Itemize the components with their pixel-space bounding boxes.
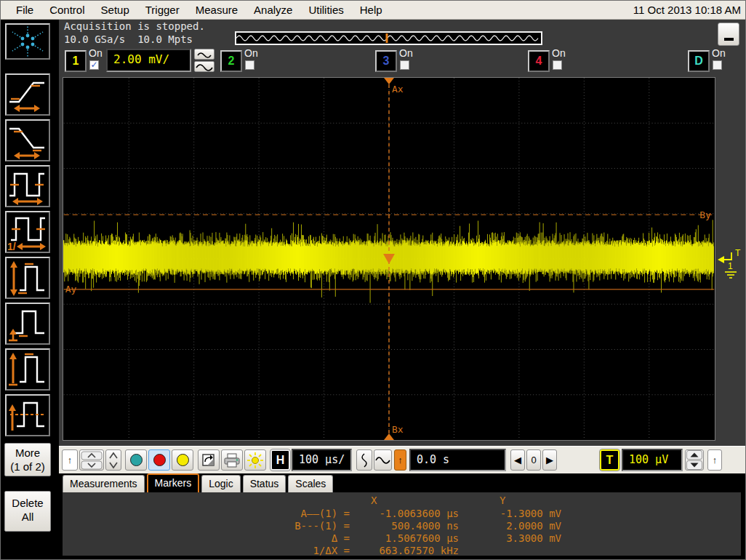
vavg-measure-button[interactable]	[5, 394, 50, 436]
timebase-field[interactable]: 100 µs/	[292, 449, 352, 471]
vmin-icon	[7, 304, 47, 343]
color-grade-teal-button[interactable]	[125, 449, 147, 471]
color-grade-red-button[interactable]	[148, 449, 170, 471]
menu-utilities[interactable]: Utilities	[300, 2, 351, 18]
horizontal-setup-button[interactable]: H	[270, 449, 290, 471]
frequency-icon: 1/	[7, 212, 47, 252]
vmin-measure-button[interactable]	[5, 303, 50, 345]
rise-time-measure-button[interactable]	[5, 73, 50, 116]
channel-1-scale-down-button[interactable]	[194, 61, 214, 72]
vmax-measure-button[interactable]	[5, 348, 50, 391]
more-label: More	[5, 447, 50, 460]
display-brightness-button[interactable]	[244, 449, 266, 471]
marker-delta-y-value: 3.3000 mV	[459, 532, 561, 544]
position-right-button[interactable]: ▶	[542, 449, 557, 471]
minimize-button[interactable]	[718, 23, 739, 46]
channel-2-button[interactable]: 2	[220, 50, 242, 72]
scope-display[interactable]: By Ay Ax Bx	[63, 77, 715, 441]
marker-bx-label: Bx	[392, 424, 404, 435]
y-column-header: Y	[500, 495, 505, 506]
marker-ay-label: Ay	[65, 284, 77, 295]
channel-4-on-checkbox[interactable]	[553, 60, 562, 70]
trigger-level-indicator[interactable]: T 1	[716, 247, 745, 280]
menu-setup[interactable]: Setup	[93, 2, 137, 18]
menu-measure[interactable]: Measure	[188, 2, 246, 18]
amplitude-measure-button[interactable]	[5, 257, 50, 299]
channel-3-on-checkbox[interactable]	[400, 60, 409, 70]
delete-all-button[interactable]: Delete All	[4, 491, 51, 532]
trigger-level-field[interactable]: 100 µV	[622, 449, 683, 471]
result-tabs: Measurements Markers Logic Status Scales	[59, 473, 746, 492]
marker-freq-row: 1/ΔX = 663.67570 kHz	[63, 545, 741, 556]
vertical-coarse-stepper[interactable]	[79, 449, 104, 471]
chevron-pair-icon	[108, 451, 119, 470]
horizontal-position-field[interactable]: 0.0 s	[409, 449, 506, 471]
tab-scales[interactable]: Scales	[288, 475, 333, 492]
channel-2-on-checkbox[interactable]	[245, 60, 254, 70]
tab-logic[interactable]: Logic	[201, 475, 240, 492]
marker-a-y-value: -1.3000 mV	[459, 508, 561, 519]
trigger-scroll-up-button[interactable]: ↑	[707, 449, 722, 471]
timebase-fine-button[interactable]	[356, 449, 372, 471]
scroll-up-button[interactable]: ↑	[62, 449, 78, 471]
menu-control[interactable]: Control	[41, 2, 92, 18]
marker-freq-label: 1/ΔX =	[63, 545, 350, 556]
teal-circle-icon	[130, 454, 143, 466]
menu-help[interactable]: Help	[352, 2, 390, 18]
channel-1-on-checkbox[interactable]: ✓	[89, 60, 99, 70]
timebase-coarse-button[interactable]	[374, 449, 392, 471]
trigger-level-stepper[interactable]	[685, 449, 704, 471]
channel-4-button[interactable]: 4	[528, 50, 550, 72]
delete-all-label: Delete	[5, 497, 50, 511]
x-column-header: X	[371, 495, 377, 506]
fall-time-measure-button[interactable]	[5, 119, 50, 161]
marker-delta-x-value: 1.5067600 µs	[350, 532, 459, 544]
tab-measurements[interactable]: Measurements	[63, 475, 145, 492]
app-logo-button[interactable]	[5, 23, 50, 60]
marker-b-row: B---(1) = 500.4000 ns 2.0000 mV	[63, 520, 741, 532]
channel-1-scale-up-button[interactable]	[194, 49, 214, 60]
position-zero-button[interactable]: 0	[526, 449, 541, 471]
vavg-icon	[7, 396, 47, 435]
color-grade-yellow-button[interactable]	[172, 449, 193, 471]
channel-3-button[interactable]: 3	[375, 50, 397, 72]
amplitude-icon	[7, 258, 47, 297]
channel-d-on-checkbox[interactable]	[713, 60, 722, 70]
channel-d-button[interactable]: D	[688, 50, 710, 72]
half-sine-icon	[359, 452, 369, 468]
marker-a-x-value: -1.0063600 µs	[350, 508, 459, 519]
one-over-label: 1/	[7, 241, 16, 252]
period-measure-button[interactable]	[5, 165, 50, 207]
frequency-measure-button[interactable]: 1/	[5, 211, 50, 253]
marker-by-label: By	[699, 209, 711, 220]
channel-2-on-label: On	[244, 47, 258, 59]
more-page-label: (1 of 2)	[5, 460, 50, 474]
trigger-position-button[interactable]: ↑	[394, 449, 406, 471]
more-button[interactable]: More (1 of 2)	[4, 443, 51, 476]
marker-b-x-value: 500.4000 ns	[350, 520, 459, 532]
period-icon	[7, 167, 47, 206]
trigger-setup-button[interactable]: T	[600, 449, 619, 471]
menu-analyze[interactable]: Analyze	[246, 2, 300, 18]
print-button[interactable]	[221, 449, 243, 471]
menu-file[interactable]: File	[8, 2, 41, 18]
tab-markers[interactable]: Markers	[147, 473, 200, 492]
memory-bar-waveform-icon	[236, 33, 541, 44]
export-button[interactable]	[198, 449, 220, 471]
memory-bar[interactable]	[235, 31, 542, 45]
ground-icon	[725, 272, 737, 278]
datetime-display: 11 Oct 2013 10:18 AM	[633, 4, 741, 16]
sine-icon	[375, 455, 390, 466]
small-sine-icon	[195, 50, 214, 60]
channel-1-button[interactable]: 1	[65, 50, 87, 72]
tab-status[interactable]: Status	[243, 475, 286, 492]
sidebar: 1/	[1, 20, 59, 560]
rise-time-icon	[7, 75, 47, 114]
channel-3-on-label: On	[399, 47, 413, 59]
delete-all-label2: All	[5, 511, 50, 524]
channel-d-on-label: On	[712, 47, 726, 59]
position-left-button[interactable]: ◀	[510, 449, 525, 471]
menu-trigger[interactable]: Trigger	[137, 2, 188, 18]
vertical-fine-stepper[interactable]	[105, 449, 121, 471]
channel-1-scale-field[interactable]: 2.00 mV/	[106, 49, 191, 72]
